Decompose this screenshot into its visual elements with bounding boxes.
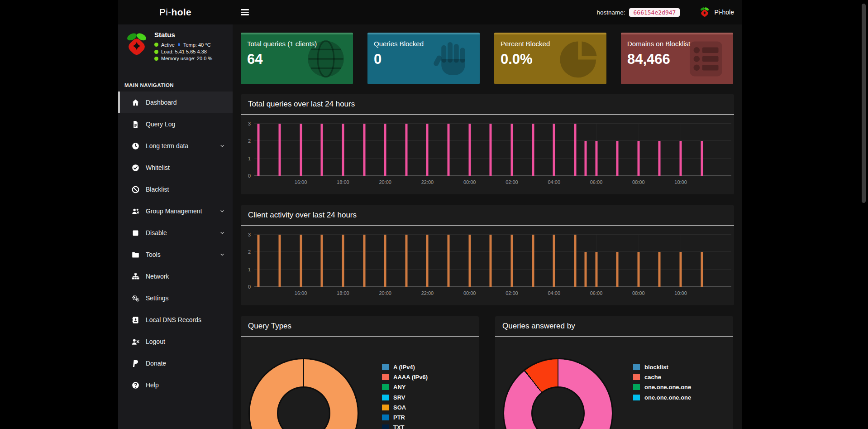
chart-bar[interactable] — [426, 235, 429, 287]
sidebar-item-long-term-data[interactable]: Long term data — [118, 135, 233, 157]
sidebar-item-label: Network — [146, 273, 169, 280]
sidebar-item-help[interactable]: Help — [118, 374, 233, 396]
x-axis-tick-label: 22:00 — [421, 179, 434, 185]
x-axis-tick-label: 04:00 — [548, 290, 560, 296]
sidebar-item-tools[interactable]: Tools — [118, 244, 233, 265]
chart-bar[interactable] — [510, 235, 513, 287]
main-wrapper: Status Active Temp: 40 °C Load: 5.41 5.6… — [118, 24, 742, 429]
chart-bar[interactable] — [278, 124, 281, 176]
brand-link[interactable]: Pi-hole — [118, 0, 233, 24]
x-axis-tick-label: 06:00 — [590, 179, 603, 185]
legend-item-any[interactable]: ANY — [382, 382, 428, 392]
chart-body: 012316:0018:0020:0022:0000:0002:0004:000… — [245, 226, 731, 305]
sidebar-item-dashboard[interactable]: Dashboard — [118, 92, 233, 113]
chart-bar[interactable] — [680, 252, 682, 287]
sidebar-toggle-button[interactable] — [241, 8, 253, 17]
chart-bar[interactable] — [680, 141, 682, 176]
chart-bar[interactable] — [585, 141, 587, 176]
chart-bar[interactable] — [510, 124, 513, 176]
chart-bar[interactable] — [553, 235, 555, 287]
chart-bar[interactable] — [574, 124, 576, 176]
chart-bar[interactable] — [363, 124, 365, 176]
sidebar-item-blacklist[interactable]: Blacklist — [118, 178, 233, 200]
client-activity-chart[interactable]: 012316:0018:0020:0022:0000:0002:0004:000… — [254, 235, 731, 287]
sidebar-item-label: Group Management — [146, 207, 202, 215]
panel-client-activity: Client activity over last 24 hours 01231… — [241, 205, 734, 305]
chart-bar[interactable] — [553, 124, 555, 176]
chart-bar[interactable] — [258, 124, 260, 176]
y-axis-tick-label: 3 — [240, 121, 251, 126]
chart-bar[interactable] — [616, 141, 619, 176]
ban-icon — [131, 185, 140, 194]
sidebar-item-disable[interactable]: Disable — [118, 222, 233, 244]
sidebar-item-group-management[interactable]: Group Management — [118, 200, 233, 222]
chart-bar[interactable] — [616, 252, 619, 287]
chart-bar[interactable] — [468, 235, 471, 287]
sidebar-item-network[interactable]: Network — [118, 265, 233, 287]
chart-bar[interactable] — [342, 124, 344, 176]
legend-item-aaaa-ipv6[interactable]: AAAA (IPv6) — [382, 372, 428, 382]
legend-swatch — [633, 384, 640, 390]
chart-bar[interactable] — [637, 252, 639, 287]
sidebar-item-settings[interactable]: Settings — [118, 287, 233, 309]
chart-bar[interactable] — [448, 235, 450, 287]
chart-bar[interactable] — [258, 235, 260, 287]
chart-bar[interactable] — [342, 235, 344, 287]
chart-bar[interactable] — [321, 124, 323, 176]
sidebar-item-label: Long term data — [146, 142, 188, 149]
chart-bar[interactable] — [468, 124, 471, 176]
chart-bar[interactable] — [426, 124, 429, 176]
chart-bar[interactable] — [637, 141, 639, 176]
x-axis-tick-label: 16:00 — [295, 179, 307, 185]
chart-bar[interactable] — [300, 124, 302, 176]
window-scrollbar[interactable] — [862, 4, 866, 203]
chart-bar[interactable] — [300, 235, 302, 287]
chart-bar[interactable] — [574, 235, 576, 287]
legend-item-one-one-one-one[interactable]: one.one.one.one — [633, 382, 691, 392]
sidebar-item-local-dns-records[interactable]: Local DNS Records — [118, 309, 233, 331]
sidebar-item-whitelist[interactable]: Whitelist — [118, 157, 233, 178]
chart-bar[interactable] — [532, 235, 534, 287]
chart-bar[interactable] — [595, 252, 597, 287]
chart-bar[interactable] — [658, 141, 661, 176]
sidebar-item-donate[interactable]: Donate — [118, 352, 233, 374]
raspberry-logo — [124, 32, 149, 57]
legend-item-txt[interactable]: TXT — [382, 423, 428, 429]
chart-bar[interactable] — [490, 235, 492, 287]
chart-bar[interactable] — [658, 252, 661, 287]
sidebar-item-logout[interactable]: Logout — [118, 331, 233, 352]
legend-item-srv[interactable]: SRV — [382, 392, 428, 402]
gridline — [254, 123, 731, 124]
legend-item-ptr[interactable]: PTR — [382, 412, 428, 422]
chart-bar[interactable] — [490, 124, 492, 176]
legend-item-one-one-one-one[interactable]: one.one.one.one — [633, 392, 691, 402]
chart-bar[interactable] — [363, 235, 365, 287]
chart-bar[interactable] — [405, 124, 407, 176]
queries-answered-by-donut-chart[interactable] — [504, 359, 612, 429]
status-temp-label: Temp: 40 °C — [183, 42, 211, 48]
chart-bar[interactable] — [384, 235, 386, 287]
chart-bar[interactable] — [585, 252, 587, 287]
chart-bar[interactable] — [701, 141, 703, 176]
x-axis-tick-label: 22:00 — [421, 290, 434, 296]
legend-item-cache[interactable]: cache — [633, 372, 691, 382]
total-queries-chart[interactable]: 012316:0018:0020:0022:0000:0002:0004:000… — [254, 124, 731, 176]
chart-bar[interactable] — [321, 235, 323, 287]
chart-bar[interactable] — [405, 235, 407, 287]
file-icon — [131, 120, 140, 129]
sidebar-item-query-log[interactable]: Query Log — [118, 113, 233, 135]
card-label: Queries Blocked — [367, 33, 480, 48]
legend-item-soa[interactable]: SOA — [382, 402, 428, 412]
legend-item-blocklist[interactable]: blocklist — [633, 362, 691, 372]
legend-item-a-ipv4[interactable]: A (IPv4) — [382, 362, 428, 372]
chart-bar[interactable] — [384, 124, 386, 176]
chart-bar[interactable] — [701, 252, 703, 287]
y-axis-tick-label: 0 — [240, 173, 251, 178]
card-value: 0 — [367, 48, 480, 67]
query-types-donut-chart[interactable] — [250, 359, 358, 429]
chart-bar[interactable] — [595, 141, 597, 176]
chart-bar[interactable] — [448, 124, 450, 176]
chart-bar[interactable] — [532, 124, 534, 176]
legend-swatch — [633, 364, 640, 370]
chart-bar[interactable] — [278, 235, 281, 287]
